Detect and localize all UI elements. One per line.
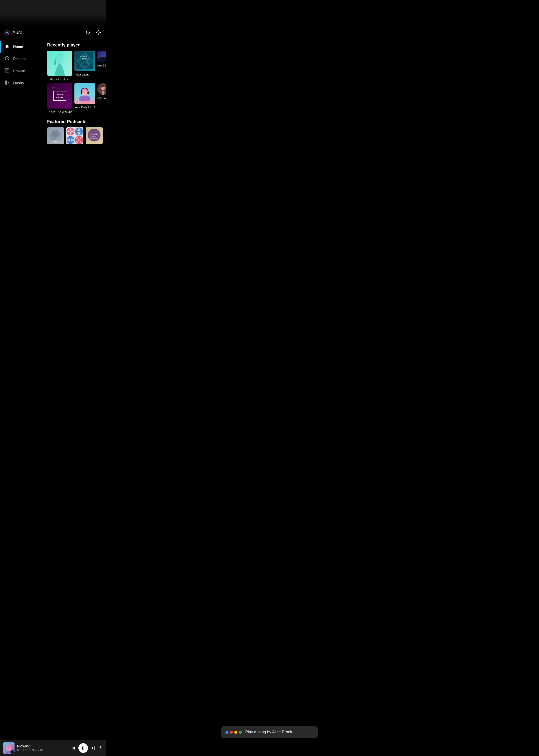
- svg-point-4: [98, 32, 99, 33]
- album-jay-los[interactable]: Jay Los: [97, 83, 106, 113]
- svg-text:ABSTRACT: ABSTRACT: [80, 56, 87, 57]
- pause-button[interactable]: [78, 743, 88, 753]
- podcast-cover-circles: [66, 127, 83, 144]
- daily-mix-2-art: H: [74, 83, 95, 104]
- svg-point-1: [8, 33, 9, 35]
- search-button[interactable]: [85, 29, 92, 36]
- sidebar-item-home[interactable]: Home: [0, 41, 44, 53]
- sidebar-label-library: Library: [13, 81, 24, 85]
- album-are-be[interactable]: Are & Be: [97, 51, 106, 81]
- recently-played-title: Recently played: [47, 42, 103, 47]
- svg-marker-89: [92, 746, 94, 750]
- svg-point-44: [83, 91, 87, 95]
- app-title: Aural: [12, 30, 24, 36]
- recently-played-grid: Today's Top Hits: [47, 51, 103, 114]
- svg-text:LOREM: LOREM: [92, 134, 97, 136]
- svg-rect-88: [84, 746, 84, 749]
- app-header: Aural: [0, 27, 106, 39]
- album-cover-daily-mix-2: H: [74, 83, 95, 104]
- svg-rect-86: [72, 746, 72, 750]
- settings-button[interactable]: [95, 29, 102, 36]
- album-label-jay-los: Jay Los: [97, 97, 106, 100]
- now-playing-controls: [71, 743, 103, 753]
- recents-icon: [4, 56, 10, 62]
- album-label-viva-latino: !Viva Latino!: [74, 73, 90, 76]
- main-content: Recently played: [44, 39, 106, 738]
- svg-rect-42: [88, 92, 89, 94]
- top-hits-art: [47, 51, 72, 76]
- more-options-button[interactable]: [98, 745, 103, 751]
- svg-point-93: [100, 748, 101, 749]
- svg-rect-35: [47, 83, 72, 108]
- pause-icon: [81, 746, 85, 750]
- main-layout: Home Recents Browse Library Recently pla…: [0, 39, 106, 738]
- podcast-creative[interactable]: CREATIVE: [47, 127, 64, 145]
- svg-text:DESIGN: DESIGN: [82, 57, 87, 59]
- album-cover-the-weeknd: LOREM IPSUM.: [47, 83, 72, 108]
- svg-rect-87: [82, 746, 83, 749]
- jay-los-art: [97, 83, 106, 95]
- circles-art: [66, 127, 83, 144]
- recently-played-section: Recently played: [47, 42, 103, 114]
- svg-point-34: [103, 55, 103, 55]
- featured-podcasts-title: Featured Podcasts: [47, 119, 103, 124]
- library-icon: [4, 80, 10, 86]
- album-label-are-be: Are & Be: [97, 64, 106, 67]
- are-be-art: [97, 51, 106, 62]
- viva-latino-art: ABSTRACT DESIGN: [76, 52, 93, 69]
- app-logo: Aural: [4, 29, 85, 36]
- svg-point-8: [7, 70, 7, 71]
- sidebar-item-browse[interactable]: Browse: [0, 65, 44, 77]
- svg-point-73: [78, 139, 80, 141]
- podcast-lorem-ipsum[interactable]: LOREM IPSUM.: [86, 127, 103, 145]
- now-playing-info: Flowing 0:18 / 2:37 • Sasha Ko: [17, 744, 68, 752]
- svg-text:IPSUM.: IPSUM.: [92, 136, 97, 138]
- creative-art: CREATIVE: [47, 127, 64, 144]
- now-playing-title: Flowing: [17, 744, 68, 748]
- header-actions: [85, 29, 102, 36]
- skip-forward-icon: [91, 746, 96, 750]
- svg-rect-90: [94, 746, 95, 750]
- svg-point-92: [100, 747, 101, 748]
- album-cover-are-be: [97, 51, 106, 62]
- skip-back-button[interactable]: [71, 746, 76, 750]
- album-top-hits[interactable]: Today's Top Hits: [47, 51, 72, 81]
- search-icon: [85, 30, 91, 35]
- featured-podcasts-section: Featured Podcasts: [47, 119, 103, 145]
- podcast-circles[interactable]: [66, 127, 83, 145]
- sidebar-item-library[interactable]: Library: [0, 77, 44, 89]
- album-label-the-weeknd: This is The Weeknd: [47, 110, 72, 113]
- sidebar-label-home: Home: [13, 45, 23, 49]
- progress-ring: [10, 749, 15, 754]
- sidebar-item-recents[interactable]: Recents: [0, 53, 44, 65]
- sidebar: Home Recents Browse Library: [0, 39, 44, 738]
- svg-rect-13: [76, 52, 93, 69]
- skip-forward-button[interactable]: [91, 746, 96, 750]
- featured-podcasts-grid: CREATIVE: [47, 127, 103, 145]
- album-the-weeknd[interactable]: LOREM IPSUM. This is The Weeknd: [47, 83, 72, 113]
- svg-point-32: [104, 57, 106, 59]
- album-cover-top-hits: [47, 51, 72, 76]
- svg-rect-41: [81, 92, 82, 94]
- podcast-cover-creative: CREATIVE: [47, 127, 64, 144]
- album-daily-mix-2[interactable]: H Your Daily Mix 2: [74, 83, 95, 113]
- svg-point-91: [100, 746, 101, 746]
- svg-text:CREATIVE: CREATIVE: [53, 141, 58, 142]
- settings-icon: [96, 30, 101, 35]
- app-logo-icon: [4, 29, 11, 36]
- svg-point-68: [70, 139, 71, 141]
- svg-line-3: [89, 34, 90, 35]
- album-cover-jay-los: [97, 83, 106, 95]
- the-weeknd-art: LOREM IPSUM.: [47, 83, 72, 108]
- album-viva-latino[interactable]: ABSTRACT DESIGN !Viva Latino!: [74, 51, 95, 81]
- lorem-ipsum-2-art: LOREM IPSUM.: [86, 127, 103, 144]
- svg-text:IPSUM.: IPSUM.: [56, 97, 63, 99]
- svg-text:LOREM: LOREM: [56, 93, 63, 96]
- more-options-icon: [98, 745, 103, 750]
- album-label-top-hits: Today's Top Hits: [47, 78, 68, 81]
- album-label-daily-mix-2: Your Daily Mix 2: [74, 106, 95, 109]
- now-playing-meta: 0:18 / 2:37 • Sasha Ko: [17, 749, 68, 752]
- status-bar-area: [0, 0, 106, 27]
- now-playing-thumbnail: [3, 742, 15, 754]
- svg-point-30: [101, 57, 102, 59]
